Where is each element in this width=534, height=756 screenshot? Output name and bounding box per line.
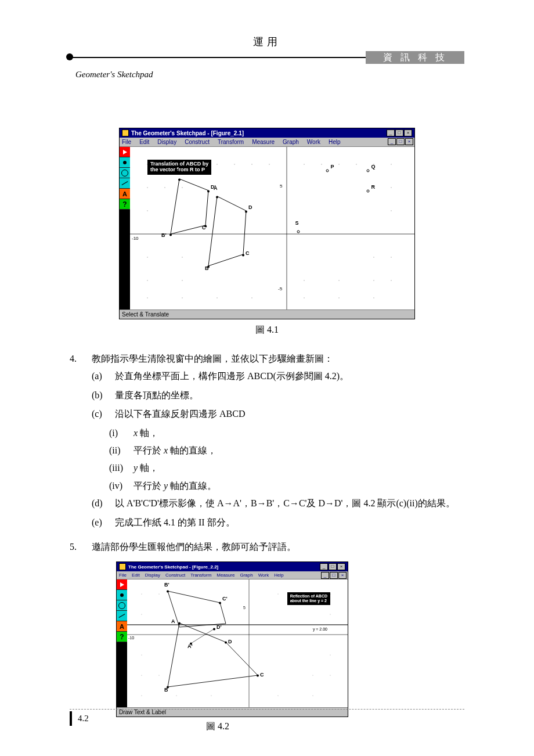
svg-point-28 <box>338 280 339 280</box>
selection-tool-icon <box>120 147 130 157</box>
sysmenu-icon-2 <box>119 563 126 570</box>
figure-4-2-screenshot: The Geometer's Sketchpad - [Figure_2.2] … <box>116 561 348 717</box>
svg-point-29 <box>373 280 374 280</box>
tick-xneg-2: -10 <box>128 636 134 640</box>
point-Bprime: B' <box>169 231 172 237</box>
line-tool-icon <box>120 178 130 189</box>
step-4c-iii: y 軸， <box>134 459 464 477</box>
step-4: 4. 教師指示學生清除視窗中的繪圖，並依以下步驟繪畫新圖： (a)於直角坐標平面… <box>70 350 464 532</box>
figure-4-1-screenshot: The Geometer's Sketchpad - [Figure_2.1] … <box>119 128 415 319</box>
svg-point-7 <box>269 164 269 164</box>
svg-point-54 <box>330 675 330 676</box>
page-number: 4.2 <box>70 711 99 726</box>
point-Aprime: A' <box>178 176 181 182</box>
svg-point-55 <box>141 696 142 696</box>
step-4e: 完成工作紙 4.1 的第 II 部分。 <box>115 514 464 531</box>
step-5-number: 5. <box>70 538 92 556</box>
window-title-2: The Geometer's Sketchpad - [Figure_2.2] <box>128 564 317 570</box>
sysmenu-icon <box>122 129 129 136</box>
step-4c-ii: 平行於 x 軸的直線， <box>134 442 464 459</box>
help-tool-icon: ? <box>120 199 130 210</box>
menubar: File Edit Display Construct Transform Me… <box>120 138 414 147</box>
svg-point-13 <box>391 164 391 164</box>
step-5-text: 邀請部份學生匯報他們的結果，教師可給予評語。 <box>92 538 464 556</box>
svg-point-59 <box>312 696 313 696</box>
svg-point-30 <box>391 280 391 280</box>
svg-point-15 <box>164 187 165 188</box>
svg-point-37 <box>373 297 374 298</box>
menubar-2: FileEditDisplayConstructTransformMeasure… <box>117 571 348 579</box>
svg-point-31 <box>147 297 147 298</box>
mdi-min-icon: _ <box>388 138 396 145</box>
canvas-2: Reflection of ABCDabout the line y = 2 y… <box>127 579 348 707</box>
svg-point-34 <box>251 297 252 298</box>
svg-point-44 <box>277 594 278 595</box>
svg-point-58 <box>277 696 278 696</box>
menu-display: Display <box>157 139 176 145</box>
point-A-2: A <box>178 621 181 626</box>
window-titlebar: The Geometer's Sketchpad - [Figure_2.1] … <box>120 128 414 138</box>
text-tool-icon: A <box>120 189 130 199</box>
menu-work: Work <box>307 139 320 145</box>
svg-point-57 <box>211 696 211 696</box>
svg-point-18 <box>391 187 391 188</box>
close-icon: × <box>404 129 412 136</box>
point-C-2: C <box>257 673 259 678</box>
circle-tool-icon <box>117 600 127 611</box>
point-B-2: B <box>167 685 169 690</box>
svg-point-14 <box>147 187 147 188</box>
step-4c: 沿以下各直線反射四邊形 ABCD <box>115 405 464 423</box>
tool-palette-2: A ? <box>117 579 127 707</box>
svg-point-19 <box>147 210 147 211</box>
svg-point-52 <box>158 675 159 676</box>
maximize-icon: □ <box>395 129 403 136</box>
point-S: S <box>297 228 300 235</box>
point-Dprime-2: D' <box>213 627 215 632</box>
svg-point-4 <box>217 164 217 164</box>
point-Aprime-2: A' <box>190 641 192 646</box>
menu-help: Help <box>329 139 341 145</box>
svg-point-50 <box>330 655 330 656</box>
point-A: A <box>216 193 218 200</box>
maximize-icon: □ <box>329 563 337 570</box>
header-subtitle: Geometer's Sketchpad <box>75 70 153 80</box>
step-4a: 於直角坐標平面上，構作四邊形 ABCD(示例參閱圖 4.2)。 <box>115 368 464 385</box>
svg-point-23 <box>373 257 374 257</box>
menu-measure: Measure <box>252 139 275 145</box>
selection-tool-icon <box>117 579 127 590</box>
circle-tool-icon <box>120 168 130 178</box>
svg-point-33 <box>217 297 217 298</box>
svg-point-22 <box>182 257 182 257</box>
text-tool-icon: A <box>117 621 127 632</box>
svg-point-24 <box>391 257 391 257</box>
svg-point-32 <box>182 297 182 298</box>
svg-point-21 <box>147 257 147 257</box>
svg-point-49 <box>141 655 142 656</box>
minimize-icon: _ <box>387 129 395 136</box>
help-tool-icon: ? <box>117 632 127 642</box>
svg-point-36 <box>338 297 339 298</box>
svg-point-27 <box>304 280 304 280</box>
tick-yneg: -5 <box>278 286 282 291</box>
svg-point-48 <box>330 614 330 615</box>
step-4c-iv: 平行於 y 軸的直線。 <box>134 477 464 495</box>
minimize-icon: _ <box>320 563 328 570</box>
point-R: R <box>367 188 370 194</box>
line-tool-icon <box>117 611 127 621</box>
reflection-caption: Reflection of ABCDabout the line y = 2 <box>287 592 330 604</box>
footer-rule <box>70 709 464 710</box>
tick-xneg: -10 <box>132 236 139 241</box>
header-bullet-icon <box>66 53 73 60</box>
menu-construct: Construct <box>185 139 210 145</box>
step-4c-i: x 軸， <box>134 424 464 442</box>
svg-point-25 <box>147 280 147 280</box>
point-Q: Q <box>367 167 370 174</box>
svg-point-51 <box>141 675 142 676</box>
menu-edit: Edit <box>139 139 149 145</box>
svg-marker-64 <box>168 591 226 627</box>
mdi-close-icon: × <box>405 138 413 145</box>
point-C: C <box>242 251 244 258</box>
statusbar: Select & Translate <box>120 309 414 319</box>
step-5: 5. 邀請部份學生匯報他們的結果，教師可給予評語。 <box>70 538 464 556</box>
svg-marker-63 <box>168 623 258 687</box>
